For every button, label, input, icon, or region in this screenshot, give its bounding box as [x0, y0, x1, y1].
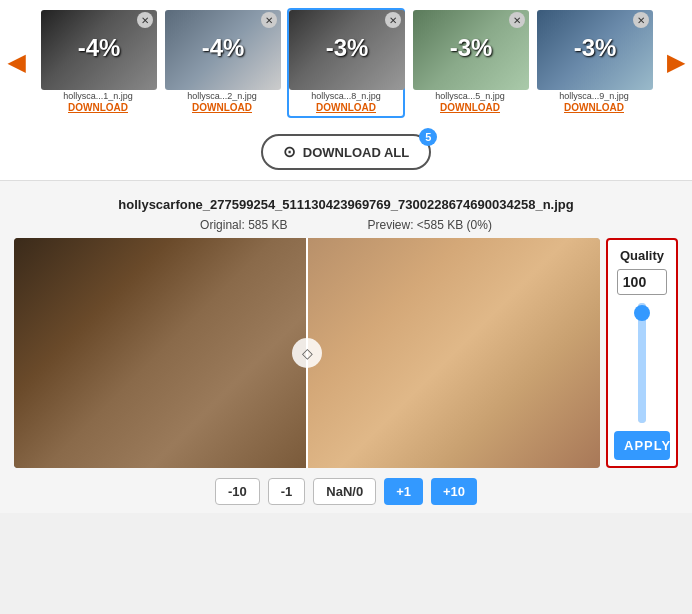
thumb-filename-4: hollysca...5_n.jpg [413, 90, 527, 102]
image-right [307, 238, 600, 468]
thumb-filename-3: hollysca...8_n.jpg [289, 90, 403, 102]
original-size: Original: 585 KB [200, 218, 287, 232]
thumb-percent-4: -3% [450, 34, 493, 62]
filename-text: hollyscarfone_277599254_511130423969769_… [118, 197, 573, 212]
thumb-close-3[interactable]: ✕ [385, 12, 401, 28]
thumb-close-2[interactable]: ✕ [261, 12, 277, 28]
thumb-close-5[interactable]: ✕ [633, 12, 649, 28]
thumb-filename-1: hollysca...1_n.jpg [41, 90, 155, 102]
thumbnail-item-5[interactable]: -3% ✕ hollysca...9_n.jpg DOWNLOAD [535, 8, 653, 118]
thumb-download-3[interactable]: DOWNLOAD [289, 102, 403, 116]
download-icon: ⊙ [283, 143, 296, 161]
adj-button-5[interactable]: +10 [431, 478, 477, 505]
adj-button-2[interactable]: -1 [268, 478, 306, 505]
thumb-filename-5: hollysca...9_n.jpg [537, 90, 651, 102]
thumbnail-item-4[interactable]: -3% ✕ hollysca...5_n.jpg DOWNLOAD [411, 8, 529, 118]
download-all-label: DOWNLOAD ALL [303, 145, 409, 160]
main-content: hollyscarfone_277599254_511130423969769_… [0, 181, 692, 513]
adj-button-3[interactable]: NaN/0 [313, 478, 376, 505]
download-all-button[interactable]: ⊙ DOWNLOAD ALL 5 [261, 134, 431, 170]
download-all-area: ⊙ DOWNLOAD ALL 5 [0, 126, 692, 181]
thumb-percent-3: -3% [326, 34, 369, 62]
adj-button-4[interactable]: +1 [384, 478, 423, 505]
apply-button[interactable]: APPLY [614, 431, 670, 460]
preview-size: Preview: <585 KB (0%) [368, 218, 492, 232]
thumb-download-4[interactable]: DOWNLOAD [413, 102, 527, 116]
image-area: ◇ Quality APPLY [14, 238, 678, 468]
info-bar: Original: 585 KB Preview: <585 KB (0%) [14, 216, 678, 238]
prev-button[interactable]: ◀ [4, 50, 29, 76]
thumb-filename-2: hollysca...2_n.jpg [165, 90, 279, 102]
quality-label: Quality [620, 248, 664, 263]
thumb-download-5[interactable]: DOWNLOAD [537, 102, 651, 116]
quality-panel: Quality APPLY [606, 238, 678, 468]
comparison-image[interactable]: ◇ [14, 238, 600, 468]
thumb-percent-5: -3% [574, 34, 617, 62]
image-left [14, 238, 307, 468]
slider-thumb[interactable] [634, 305, 650, 321]
divider-handle[interactable]: ◇ [292, 338, 322, 368]
thumb-download-1[interactable]: DOWNLOAD [41, 102, 155, 116]
thumb-download-2[interactable]: DOWNLOAD [165, 102, 279, 116]
download-badge: 5 [419, 128, 437, 146]
thumb-close-4[interactable]: ✕ [509, 12, 525, 28]
slider-fill [638, 303, 646, 423]
handle-icon: ◇ [302, 345, 313, 361]
thumbnail-strip: ◀ -4% ✕ hollysca...1_n.jpg DOWNLOAD -4% … [0, 0, 692, 126]
next-button[interactable]: ▶ [663, 50, 688, 76]
thumb-close-1[interactable]: ✕ [137, 12, 153, 28]
adj-button-1[interactable]: -10 [215, 478, 260, 505]
thumbnail-item-2[interactable]: -4% ✕ hollysca...2_n.jpg DOWNLOAD [163, 8, 281, 118]
thumbnail-item-3[interactable]: -3% ✕ hollysca...8_n.jpg DOWNLOAD [287, 8, 405, 118]
bottom-bar: -10-1NaN/0+1+10 [14, 468, 678, 513]
thumbs-container: -4% ✕ hollysca...1_n.jpg DOWNLOAD -4% ✕ … [29, 8, 663, 118]
thumbnail-item-1[interactable]: -4% ✕ hollysca...1_n.jpg DOWNLOAD [39, 8, 157, 118]
thumb-percent-2: -4% [202, 34, 245, 62]
slider-track[interactable] [638, 303, 646, 423]
filename-bar: hollyscarfone_277599254_511130423969769_… [14, 191, 678, 216]
thumb-percent-1: -4% [78, 34, 121, 62]
quality-input[interactable] [617, 269, 667, 295]
